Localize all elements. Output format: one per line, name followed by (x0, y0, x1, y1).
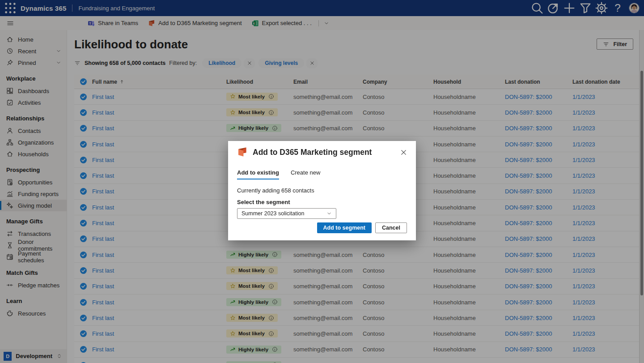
add-to-segment-button[interactable]: Add to segment (317, 222, 372, 233)
dialog-title: Add to D365 Marketing segment (253, 148, 372, 157)
chevron-down-icon (326, 211, 332, 216)
cancel-button[interactable]: Cancel (375, 222, 407, 233)
tab-create-new[interactable]: Create new (291, 169, 320, 179)
dialog-tabs: Add to existing Create new (237, 169, 407, 179)
tab-add-to-existing[interactable]: Add to existing (237, 169, 279, 179)
close-icon[interactable] (400, 149, 407, 156)
segment-field-label: Select the segment (237, 199, 407, 205)
add-to-segment-dialog: Add to D365 Marketing segment Add to exi… (228, 141, 416, 240)
segment-select[interactable]: Summer 2023 solicitation (237, 208, 336, 219)
segment-select-value: Summer 2023 solicitation (242, 210, 304, 217)
adding-contacts-text: Currently adding 658 contacts (237, 187, 407, 194)
d365-marketing-icon (237, 147, 248, 158)
